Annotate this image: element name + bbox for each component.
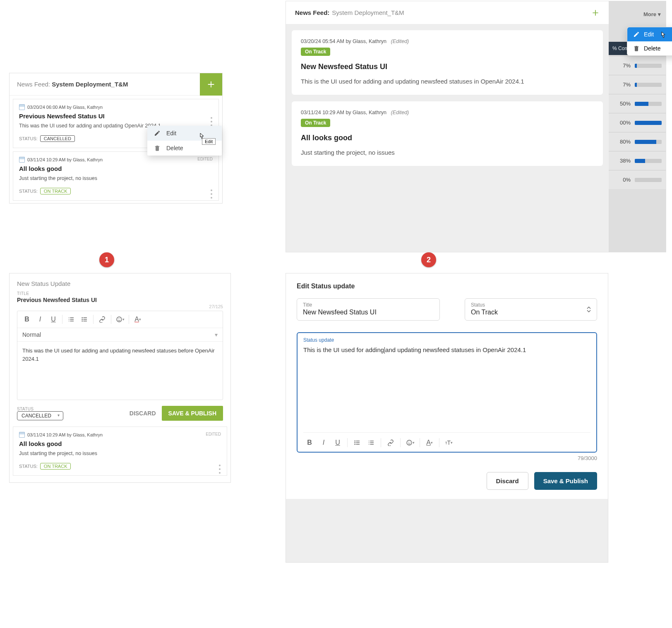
- svg-point-1: [82, 319, 83, 320]
- title-input[interactable]: Title New Newsfeed Status UI: [297, 298, 440, 321]
- discard-button[interactable]: DISCARD: [124, 406, 162, 421]
- status-select[interactable]: CANCELLED: [17, 411, 63, 420]
- select-caret-icon: [587, 306, 591, 313]
- feed-header: News Feed: System Deployment_T&M: [10, 73, 222, 96]
- card-meta-text: 03/20/24 06:00 AM by Glass, Kathryn: [27, 105, 103, 110]
- card-body: Just starting the project, no issues: [301, 149, 594, 156]
- svg-point-11: [410, 442, 410, 443]
- svg-point-2: [82, 321, 83, 322]
- unordered-list-button[interactable]: [78, 314, 91, 325]
- new-feed-main: News Feed: System Deployment_T&M 03/20/2…: [286, 1, 609, 252]
- status-label: STATUS:: [19, 189, 38, 194]
- title-input[interactable]: Previous Newsfeed Status UI: [17, 297, 223, 303]
- pencil-icon: [154, 130, 161, 137]
- feed-card: EDITED 03/11/24 10:29 AM by Glass, Kathr…: [13, 151, 219, 201]
- menu-delete-label: Delete: [166, 145, 183, 151]
- feed-label: News Feed:: [17, 81, 50, 88]
- feed-label: News Feed:: [295, 9, 329, 16]
- format-value: Normal: [22, 331, 41, 338]
- pct-value: 7%: [612, 81, 631, 88]
- italic-button[interactable]: I: [34, 314, 46, 325]
- card-menu-kebab[interactable]: [217, 463, 223, 475]
- old-feed-panel: News Feed: System Deployment_T&M 03/20/2…: [9, 73, 223, 204]
- textcolor-button[interactable]: A ▾: [132, 314, 144, 325]
- table-row: 0%: [608, 170, 666, 189]
- pct-rows: 7% 7% 50% 00% 80% 38%: [608, 56, 666, 189]
- emoji-button[interactable]: ▾: [404, 437, 416, 448]
- feed-header-title: News Feed: System Deployment_T&M: [10, 81, 200, 88]
- menu-edit[interactable]: Edit: [627, 27, 672, 41]
- panel-heading: New Status Update: [17, 280, 223, 287]
- project-name: System Deployment_T&M: [52, 81, 128, 88]
- add-status-button[interactable]: [200, 73, 222, 96]
- add-status-button[interactable]: [591, 9, 600, 17]
- svg-point-0: [82, 317, 83, 319]
- edited-badge: (Edited): [391, 38, 409, 44]
- pct-value: 0%: [612, 177, 631, 183]
- textsize-button[interactable]: тT▾: [443, 437, 455, 448]
- unordered-list-icon: [81, 316, 88, 323]
- smiley-icon: [116, 316, 122, 323]
- editor-toolbar: B I U ▾: [303, 432, 590, 448]
- status-update-body[interactable]: This is the UI used for addingand updati…: [303, 345, 590, 428]
- underline-button[interactable]: U: [47, 314, 60, 325]
- svg-point-6: [354, 441, 355, 442]
- feed-card: EDITED 03/11/24 10:29 AM by Glass, Kathr…: [13, 427, 227, 476]
- editor-body[interactable]: This was the UI used for adding and upda…: [17, 342, 223, 400]
- feed-scroll[interactable]: 03/20/24 05:54 AM by Glass, Kathryn (Edi…: [286, 24, 609, 252]
- more-dropdown[interactable]: More ▾: [643, 11, 661, 17]
- bold-button[interactable]: B: [21, 314, 33, 325]
- unordered-list-button[interactable]: [351, 437, 363, 448]
- project-name: System Deployment_T&M: [332, 9, 404, 16]
- menu-delete-label: Delete: [644, 45, 660, 52]
- feed-card: 03/20/24 05:54 AM by Glass, Kathryn (Edi…: [292, 30, 603, 95]
- body-before-caret: This is the UI used for adding: [303, 346, 384, 353]
- status-pill-ontrack: ON TRACK: [40, 463, 71, 470]
- ordered-list-button[interactable]: [365, 437, 377, 448]
- pct-value: 80%: [612, 139, 631, 145]
- cursor-pointer-icon: Edit: [198, 132, 205, 141]
- link-icon: [387, 439, 394, 446]
- card-meta: 03/11/24 10:29 AM by Glass, Kathryn: [19, 157, 213, 163]
- discard-button[interactable]: Discard: [487, 472, 528, 490]
- format-dropdown[interactable]: Normal ▾: [17, 328, 223, 342]
- pct-value: 38%: [612, 158, 631, 164]
- trash-icon: [154, 145, 161, 151]
- edited-badge: EDITED: [197, 157, 213, 161]
- caret-down-icon: ▾: [658, 11, 661, 17]
- card-meta-text: 03/11/24 10:29 AM by Glass, Kathryn: [301, 110, 386, 115]
- card-body: This is the UI used for adding and updat…: [301, 78, 594, 85]
- svg-point-10: [408, 442, 409, 443]
- card-meta: 03/20/24 06:00 AM by Glass, Kathryn: [19, 104, 213, 110]
- smiley-icon: [406, 439, 413, 446]
- char-count: 79/3000: [297, 455, 597, 461]
- edited-badge: EDITED: [206, 432, 221, 436]
- textcolor-button[interactable]: A▾: [423, 437, 436, 448]
- italic-button[interactable]: I: [317, 437, 330, 448]
- link-icon: [99, 316, 106, 323]
- underline-button[interactable]: U: [331, 437, 344, 448]
- card-menu-kebab[interactable]: [209, 188, 214, 200]
- status-select[interactable]: Status On Track: [465, 298, 597, 321]
- title-label: TITLE: [17, 291, 223, 296]
- status-label: STATUS: [17, 407, 63, 411]
- more-label: More: [643, 11, 656, 17]
- save-publish-button[interactable]: SAVE & PUBLISH: [162, 406, 223, 421]
- table-row: 80%: [608, 132, 666, 151]
- plus-icon: [206, 80, 216, 89]
- bold-button[interactable]: B: [303, 437, 316, 448]
- pct-value: 7%: [612, 62, 631, 69]
- menu-delete[interactable]: Delete: [627, 41, 672, 55]
- status-tag-ontrack: On Track: [301, 48, 330, 56]
- status-update-editor[interactable]: Status update This is the UI used for ad…: [297, 332, 597, 453]
- menu-edit-label: Edit: [166, 130, 176, 137]
- status-pill-ontrack: ON TRACK: [40, 188, 71, 194]
- status-select-block: STATUS CANCELLED: [17, 407, 63, 420]
- link-button[interactable]: [384, 437, 397, 448]
- link-button[interactable]: [96, 314, 108, 325]
- save-publish-button[interactable]: Save & Publish: [534, 472, 597, 490]
- form-footer: STATUS CANCELLED DISCARD SAVE & PUBLISH: [17, 400, 223, 427]
- ordered-list-button[interactable]: [65, 314, 77, 325]
- emoji-button[interactable]: ▾: [114, 314, 126, 325]
- status-tag-ontrack: On Track: [301, 119, 330, 127]
